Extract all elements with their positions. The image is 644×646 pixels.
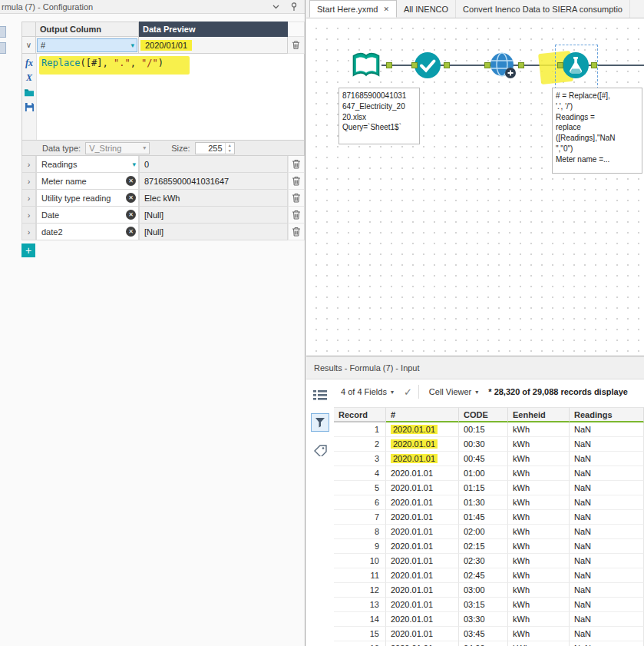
code-cell[interactable]: 00:30 bbox=[459, 437, 508, 452]
delete-expression-button[interactable] bbox=[288, 224, 305, 240]
saved-expressions-folder-icon[interactable] bbox=[23, 86, 35, 98]
expand-chevron-icon[interactable]: › bbox=[21, 224, 36, 240]
readings-cell[interactable]: NaN bbox=[570, 568, 644, 583]
remove-column-icon[interactable]: ✕ bbox=[126, 210, 136, 220]
readings-column-header[interactable]: Readings bbox=[570, 407, 644, 422]
code-cell[interactable]: 04:00 bbox=[459, 641, 508, 646]
record-number-cell[interactable]: 15 bbox=[334, 627, 386, 641]
code-cell[interactable]: 01:15 bbox=[459, 481, 508, 495]
readings-cell[interactable]: NaN bbox=[570, 583, 644, 598]
hash-cell[interactable]: 2020.01.01 bbox=[386, 466, 459, 481]
data-view-icon[interactable] bbox=[311, 413, 329, 432]
workflow-tab[interactable]: Convert Inenco Data to SIERA consumptio bbox=[456, 0, 630, 18]
record-number-cell[interactable]: 7 bbox=[334, 510, 386, 525]
code-cell[interactable]: 00:45 bbox=[459, 452, 508, 466]
record-number-cell[interactable]: 12 bbox=[334, 583, 386, 598]
record-number-cell[interactable]: 9 bbox=[334, 539, 386, 554]
readings-cell[interactable]: NaN bbox=[570, 554, 644, 568]
workflow-canvas[interactable]: 871685900041031 647_Electricity_20 20.xl… bbox=[306, 18, 644, 355]
hash-cell[interactable]: 2020.01.01 bbox=[386, 627, 459, 641]
record-number-cell[interactable]: 6 bbox=[334, 495, 386, 510]
formula-editor[interactable]: fx X Replace([#], ".", "/") bbox=[21, 54, 305, 141]
eenheid-cell[interactable]: kWh bbox=[508, 583, 570, 598]
hash-cell[interactable]: 2020.01.01 bbox=[386, 437, 459, 452]
hash-cell[interactable]: 2020.01.01 bbox=[386, 525, 459, 539]
code-column-header[interactable]: CODE bbox=[459, 407, 508, 422]
code-cell[interactable]: 01:45 bbox=[459, 510, 508, 525]
record-number-cell[interactable]: 13 bbox=[334, 598, 386, 612]
readings-cell[interactable]: NaN bbox=[570, 495, 644, 510]
delete-expression-button[interactable] bbox=[288, 190, 305, 207]
connection-anchor[interactable] bbox=[557, 62, 563, 68]
apply-check-icon[interactable]: ✓ bbox=[404, 386, 412, 398]
output-column-dropdown[interactable]: date2✕ bbox=[36, 224, 139, 240]
eenheid-cell[interactable]: kWh bbox=[508, 422, 570, 437]
readings-cell[interactable]: NaN bbox=[570, 539, 644, 554]
record-number-cell[interactable]: 2 bbox=[334, 437, 386, 452]
eenheid-column-header[interactable]: Eenheid bbox=[508, 407, 570, 422]
output-column-dropdown[interactable]: Readings▾ bbox=[36, 156, 139, 173]
record-number-cell[interactable]: 8 bbox=[334, 525, 386, 539]
readings-cell[interactable]: NaN bbox=[570, 466, 644, 481]
hash-cell[interactable]: 2020.01.01 bbox=[386, 598, 459, 612]
hash-cell[interactable]: 2020.01.01 bbox=[386, 568, 459, 583]
connection-anchor[interactable] bbox=[411, 62, 418, 68]
delete-expression-button[interactable] bbox=[288, 156, 305, 173]
input-tool-annotation[interactable]: 871685900041031 647_Electricity_20 20.xl… bbox=[339, 88, 420, 144]
hash-column-header[interactable]: # bbox=[386, 407, 459, 422]
eenheid-cell[interactable]: kWh bbox=[508, 525, 570, 539]
code-cell[interactable]: 03:45 bbox=[459, 627, 508, 641]
code-cell[interactable]: 03:30 bbox=[459, 612, 508, 627]
spinner-arrows-icon[interactable]: ▲▼ bbox=[225, 143, 234, 154]
readings-cell[interactable]: NaN bbox=[570, 452, 644, 466]
delete-expression-button[interactable] bbox=[288, 207, 305, 224]
functions-icon[interactable]: fx bbox=[23, 57, 35, 69]
connection-anchor[interactable] bbox=[444, 62, 450, 68]
eenheid-cell[interactable]: kWh bbox=[508, 481, 570, 495]
metadata-tag-icon[interactable] bbox=[311, 441, 329, 459]
connection-anchor[interactable] bbox=[591, 62, 597, 68]
record-number-cell[interactable]: 10 bbox=[334, 554, 386, 568]
eenheid-cell[interactable]: kWh bbox=[508, 612, 570, 627]
hash-cell[interactable]: 2020.01.01 bbox=[386, 554, 459, 568]
record-number-cell[interactable]: 5 bbox=[334, 481, 386, 495]
hash-cell[interactable]: 2020.01.01 bbox=[386, 641, 459, 646]
output-column-dropdown[interactable]: Meter name✕ bbox=[36, 173, 139, 190]
readings-cell[interactable]: NaN bbox=[570, 641, 644, 646]
eenheid-cell[interactable]: kWh bbox=[508, 641, 570, 646]
hash-cell[interactable]: 2020.01.01 bbox=[386, 452, 459, 466]
remove-column-icon[interactable]: ✕ bbox=[126, 227, 136, 237]
expand-chevron-icon[interactable]: › bbox=[21, 190, 36, 207]
eenheid-cell[interactable]: kWh bbox=[508, 568, 570, 583]
formula-tool-annotation[interactable]: # = Replace([#], '.', '/') Readings = re… bbox=[552, 88, 642, 174]
code-cell[interactable]: 02:30 bbox=[459, 554, 508, 568]
record-number-cell[interactable]: 1 bbox=[334, 422, 386, 437]
fields-dropdown[interactable]: 4 of 4 Fields ▾ bbox=[337, 385, 398, 399]
connection-anchor[interactable] bbox=[518, 62, 524, 68]
formula-tool[interactable] bbox=[562, 51, 590, 81]
hash-cell[interactable]: 2020.01.01 bbox=[386, 510, 459, 525]
collapse-row-chevron-icon[interactable]: ∨ bbox=[21, 37, 36, 54]
eenheid-cell[interactable]: kWh bbox=[508, 437, 570, 452]
remove-column-icon[interactable]: ✕ bbox=[126, 193, 136, 203]
eenheid-cell[interactable]: kWh bbox=[508, 510, 570, 525]
eenheid-cell[interactable]: kWh bbox=[508, 554, 570, 568]
code-cell[interactable]: 03:00 bbox=[459, 583, 508, 598]
hash-cell[interactable]: 2020.01.01 bbox=[386, 539, 459, 554]
variables-icon[interactable]: X bbox=[23, 71, 35, 84]
readings-cell[interactable]: NaN bbox=[570, 422, 644, 437]
eenheid-cell[interactable]: kWh bbox=[508, 466, 570, 481]
check-tool[interactable] bbox=[414, 51, 441, 81]
expand-chevron-icon[interactable]: › bbox=[21, 173, 36, 190]
data-type-select[interactable]: V_String ▾ bbox=[85, 142, 150, 154]
readings-cell[interactable]: NaN bbox=[570, 510, 644, 525]
hash-cell[interactable]: 2020.01.01 bbox=[386, 612, 459, 627]
code-cell[interactable]: 03:15 bbox=[459, 598, 508, 612]
close-icon[interactable]: ✕ bbox=[383, 5, 389, 13]
code-cell[interactable]: 01:30 bbox=[459, 495, 508, 510]
code-cell[interactable]: 00:15 bbox=[459, 422, 508, 437]
code-cell[interactable]: 02:45 bbox=[459, 568, 508, 583]
dynamic-input-tool[interactable] bbox=[489, 51, 517, 81]
collapse-chevron-icon[interactable] bbox=[269, 2, 282, 12]
hash-cell[interactable]: 2020.01.01 bbox=[386, 495, 459, 510]
